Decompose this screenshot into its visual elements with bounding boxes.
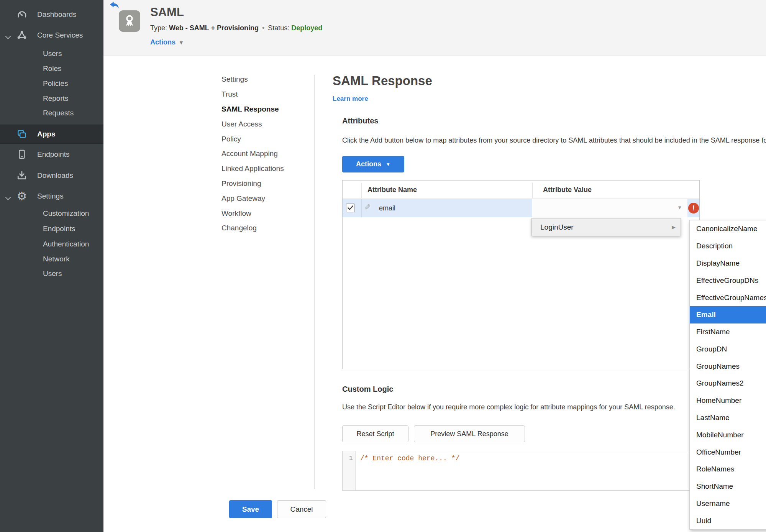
sidebar-item-users[interactable]: Users	[0, 46, 103, 61]
column-header-attribute-name: Attribute Name	[367, 181, 417, 199]
tab-app-gateway[interactable]: App Gateway	[221, 191, 310, 206]
app-header: SAML Type: Web - SAML + Provisioning•Sta…	[103, 0, 766, 56]
download-icon	[16, 170, 28, 181]
sidebar-item-settings[interactable]: ⚙ Settings	[0, 189, 103, 204]
status-badge: Deployed	[291, 24, 322, 32]
header-actions-menu[interactable]: Actions▼	[150, 38, 184, 46]
sidebar-item-downloads[interactable]: Downloads	[0, 168, 103, 183]
submenu-item-shortname[interactable]: ShortName	[690, 478, 766, 495]
app-root: Dashboards Core Services Users Roles Pol…	[0, 0, 766, 532]
page-title: SAML	[150, 5, 184, 19]
back-arrow-icon[interactable]	[110, 2, 120, 9]
sidebar-item-label: Core Services	[37, 31, 83, 39]
cancel-button[interactable]: Cancel	[277, 500, 326, 518]
tab-account-mapping[interactable]: Account Mapping	[221, 146, 310, 161]
sidebar-item-customization[interactable]: Customization	[0, 206, 103, 221]
sidebar-item-policies[interactable]: Policies	[0, 76, 103, 91]
submenu-item-lastname[interactable]: LastName	[690, 409, 766, 427]
dropdown-menu-loginuser[interactable]: LoginUser ▶	[531, 218, 681, 236]
editor-code[interactable]: /* Enter code here... */	[360, 455, 459, 462]
sidebar-item-dashboards[interactable]: Dashboards	[0, 7, 103, 22]
sidebar-item-label: Dashboards	[37, 10, 76, 19]
sidebar-item-reports[interactable]: Reports	[0, 91, 103, 106]
tab-provisioning[interactable]: Provisioning	[221, 176, 310, 191]
tab-settings[interactable]: Settings	[221, 72, 310, 87]
sidebar-item-roles[interactable]: Roles	[0, 61, 103, 76]
vertical-divider	[314, 75, 315, 489]
submenu-item-officenumber[interactable]: OfficeNumber	[690, 443, 766, 461]
core-services-icon	[16, 30, 28, 41]
header-divider	[361, 183, 362, 198]
tab-changelog[interactable]: Changelog	[221, 221, 310, 236]
submenu-item-username[interactable]: Username	[690, 495, 766, 512]
table-header: Attribute Name Attribute Value	[343, 181, 699, 199]
preview-saml-response-button[interactable]: Preview SAML Response	[414, 425, 525, 442]
submenu-item-mobilenumber[interactable]: MobileNumber	[690, 426, 766, 443]
tab-saml-response[interactable]: SAML Response	[221, 102, 310, 117]
sidebar-item-settings-users[interactable]: Users	[0, 266, 103, 281]
sidebar-item-label: Downloads	[37, 171, 73, 180]
sidebar-item-core-services[interactable]: Core Services	[0, 28, 103, 43]
custom-logic-description: Use the Script Editor below if you requi…	[342, 403, 675, 411]
attributes-description: Click the Add button below to map attrib…	[342, 136, 766, 144]
cell-divider	[361, 199, 362, 217]
caret-down-icon: ▼	[179, 39, 184, 46]
save-button[interactable]: Save	[229, 500, 272, 518]
apps-icon	[16, 128, 28, 140]
separator-dot: •	[262, 24, 264, 32]
submenu-item-email[interactable]: Email	[690, 306, 766, 323]
sidebar-item-authentication[interactable]: Authentication	[0, 236, 103, 252]
tab-linked-applications[interactable]: Linked Applications	[221, 161, 310, 176]
sidebar-item-endpoints[interactable]: Endpoints	[0, 147, 103, 162]
submenu-item-displayname[interactable]: DisplayName	[690, 255, 766, 272]
row-checkbox[interactable]	[346, 204, 355, 212]
caret-down-icon: ▼	[677, 205, 682, 210]
submenu-item-rolenames[interactable]: RoleNames	[690, 461, 766, 478]
tab-workflow[interactable]: Workflow	[221, 206, 310, 221]
tab-user-access[interactable]: User Access	[221, 117, 310, 131]
tab-policy[interactable]: Policy	[221, 131, 310, 146]
tab-trust[interactable]: Trust	[221, 87, 310, 102]
sidebar-item-network[interactable]: Network	[0, 251, 103, 267]
submenu-item-description[interactable]: Description	[690, 238, 766, 255]
chevron-down-icon	[5, 194, 12, 199]
submenu-item-groupnames2[interactable]: GroupNames2	[690, 375, 766, 392]
attributes-actions-button[interactable]: Actions▼	[342, 156, 404, 172]
submenu-arrow-icon: ▶	[672, 224, 676, 230]
app-subnav: Settings Trust SAML Response User Access…	[221, 72, 310, 236]
table-row[interactable]: ✎ email ▼ !	[343, 199, 699, 217]
submenu-item-groupnames[interactable]: GroupNames	[690, 358, 766, 375]
reset-script-button[interactable]: Reset Script	[342, 425, 408, 442]
submenu-item-groupdn[interactable]: GroupDN	[690, 340, 766, 358]
attributes-heading: Attributes	[342, 117, 378, 125]
sidebar-item-settings-endpoints[interactable]: Endpoints	[0, 221, 103, 236]
sidebar-item-label: Apps	[37, 130, 56, 138]
submenu-item-effectivegroupdns[interactable]: EffectiveGroupDNs	[690, 272, 766, 289]
submenu-item-uuid[interactable]: Uuid	[690, 512, 766, 529]
submenu-item-canonicalizename[interactable]: CanonicalizeName	[690, 220, 766, 238]
sidebar-item-requests[interactable]: Requests	[0, 105, 103, 121]
sidebar-item-apps[interactable]: Apps	[0, 125, 103, 144]
edit-pencil-icon[interactable]: ✎	[364, 203, 371, 212]
type-label: Type:	[150, 24, 167, 32]
chevron-down-icon	[5, 33, 12, 38]
learn-more-link[interactable]: Learn more	[333, 95, 368, 103]
gauge-icon	[16, 9, 28, 20]
menu-item-label: LoginUser	[540, 223, 574, 232]
column-header-attribute-value: Attribute Value	[543, 181, 592, 199]
attributes-table: Attribute Name Attribute Value ✎ email ▼…	[342, 180, 700, 369]
attribute-name-cell: email	[379, 199, 395, 217]
error-icon: !	[688, 203, 699, 213]
submenu-item-firstname[interactable]: FirstName	[690, 323, 766, 341]
saml-app-icon	[119, 10, 140, 32]
sidebar-item-label: Endpoints	[37, 150, 70, 159]
attribute-submenu: CanonicalizeName Description DisplayName…	[689, 220, 766, 530]
attribute-value-dropdown[interactable]: ▼	[532, 199, 687, 217]
status-label: Status:	[268, 24, 289, 32]
submenu-item-homenumber[interactable]: HomeNumber	[690, 392, 766, 409]
sidebar: Dashboards Core Services Users Roles Pol…	[0, 0, 103, 532]
header-divider	[532, 183, 533, 198]
section-title: SAML Response	[333, 74, 432, 88]
type-value: Web - SAML + Provisioning	[169, 24, 259, 32]
submenu-item-effectivegroupnames[interactable]: EffectiveGroupNames	[690, 289, 766, 306]
